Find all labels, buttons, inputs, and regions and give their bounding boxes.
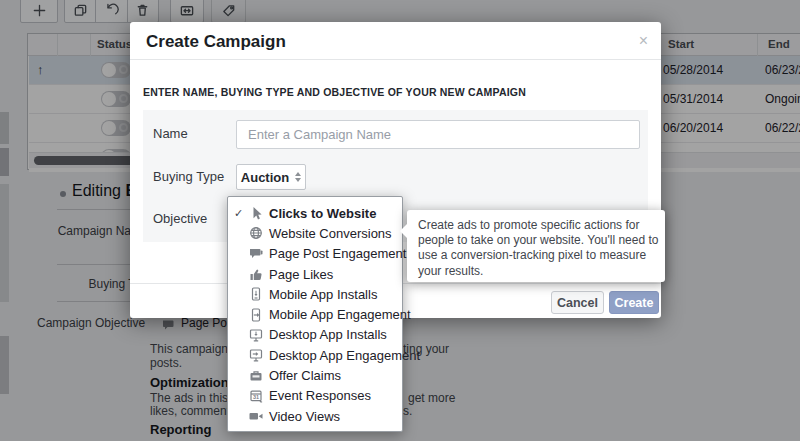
calendar-icon: 31	[248, 389, 263, 403]
menu-item-desktop-app-installs[interactable]: Desktop App Installs	[228, 325, 402, 345]
power-editor-page: Status Start End ↑ 05/28/2014 06/23/2 05…	[0, 0, 800, 441]
close-icon[interactable]: ×	[639, 31, 648, 51]
tooltip-text: Create ads to promote specific actions f…	[418, 218, 654, 233]
menu-item-mobile-app-engagement[interactable]: Mobile App Engagement	[228, 304, 402, 324]
video-icon	[248, 409, 263, 423]
menu-item-event-responses[interactable]: 31 Event Responses	[228, 386, 402, 406]
comment-icon	[248, 247, 263, 260]
cancel-button[interactable]: Cancel	[551, 291, 604, 314]
objective-tooltip: Create ads to promote specific actions f…	[407, 210, 665, 282]
desktop-engagement-icon	[248, 348, 263, 362]
pointer-icon	[248, 206, 263, 220]
modal-header: Create Campaign ×	[130, 22, 661, 60]
mobile-engagement-icon	[248, 308, 263, 322]
desktop-install-icon	[248, 328, 263, 342]
menu-item-mobile-app-installs[interactable]: Mobile App Installs	[228, 284, 402, 304]
tooltip-text: your results.	[418, 264, 654, 279]
buying-type-label: Buying Type	[153, 169, 224, 184]
menu-item-offer-claims[interactable]: Offer Claims	[228, 365, 402, 385]
tooltip-text: use a conversion-tracking pixel to measu…	[418, 248, 654, 263]
section-heading: ENTER NAME, BUYING TYPE AND OBJECTIVE OF…	[143, 86, 526, 98]
globe-icon	[248, 226, 263, 240]
tooltip-arrow	[400, 224, 407, 238]
objective-menu: ✓ Clicks to Website Website Conversions …	[227, 196, 403, 432]
tooltip-text: people to take on your website. You'll n…	[418, 233, 654, 248]
objective-label: Objective	[153, 211, 207, 226]
thumbs-up-icon	[248, 267, 263, 281]
buying-type-select[interactable]: Auction	[236, 164, 306, 190]
check-icon: ✓	[234, 207, 248, 220]
menu-item-desktop-app-engagement[interactable]: Desktop App Engagement	[228, 345, 402, 365]
mobile-install-icon	[248, 287, 263, 301]
menu-item-page-likes[interactable]: Page Likes	[228, 264, 402, 284]
modal-title: Create Campaign	[146, 32, 286, 52]
create-button[interactable]: Create	[609, 291, 659, 314]
menu-item-page-post-engagement[interactable]: Page Post Engagement	[228, 244, 402, 264]
sort-arrows-icon	[295, 172, 301, 182]
svg-text:31: 31	[252, 394, 258, 400]
buying-type-value: Auction	[241, 170, 289, 185]
menu-item-video-views[interactable]: Video Views	[228, 406, 402, 426]
menu-item-website-conversions[interactable]: Website Conversions	[228, 223, 402, 243]
name-label: Name	[153, 126, 188, 141]
menu-item-clicks-to-website[interactable]: ✓ Clicks to Website	[228, 203, 402, 223]
offer-icon	[248, 369, 263, 383]
campaign-name-input[interactable]	[236, 120, 640, 149]
